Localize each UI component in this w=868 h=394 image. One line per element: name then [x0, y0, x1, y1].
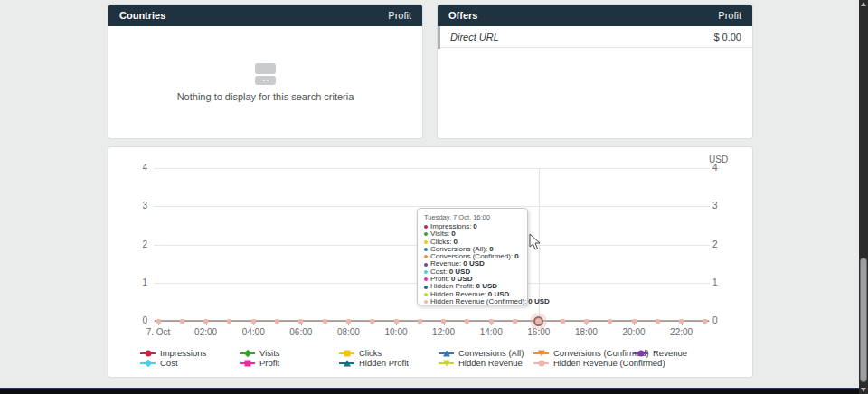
- x-axis-label: 22:00: [662, 327, 702, 337]
- tooltip-date: Tuesday, 7 Oct, 16:00: [424, 213, 521, 221]
- x-axis-label: 16:00: [519, 327, 559, 337]
- legend-marker: [439, 359, 454, 367]
- circle-marker-icon: [637, 350, 644, 356]
- y-axis-label-left: 1: [120, 277, 147, 287]
- tooltip-series-dot: [424, 277, 428, 281]
- data-point[interactable]: [584, 319, 589, 324]
- legend-item[interactable]: Hidden Revenue (Confirmed): [533, 358, 665, 368]
- legend-marker: [240, 359, 255, 367]
- legend-item[interactable]: Cost: [140, 358, 178, 368]
- circle-marker-icon: [145, 350, 151, 356]
- countries-widget-header: Countries Profit: [108, 5, 422, 26]
- offers-widget-header: Offers Profit: [438, 5, 752, 26]
- legend-item[interactable]: Revenue: [633, 348, 687, 358]
- legend-label: Hidden Profit: [359, 358, 409, 368]
- scrollbar-thumb[interactable]: [860, 258, 867, 382]
- triangle-down-marker-icon: [538, 350, 545, 356]
- no-data-icon: [255, 63, 276, 85]
- data-point[interactable]: [275, 319, 279, 324]
- legend-marker: [439, 349, 454, 357]
- data-point[interactable]: [180, 319, 184, 324]
- tooltip-series-dot: [424, 293, 428, 296]
- x-axis-label: 02:00: [186, 327, 226, 337]
- data-point[interactable]: [394, 319, 399, 324]
- square-marker-icon: [344, 350, 350, 356]
- data-point[interactable]: [489, 319, 494, 324]
- circle-marker-icon: [538, 360, 544, 366]
- data-point[interactable]: [227, 319, 231, 324]
- legend-label: Impressions: [160, 348, 206, 358]
- data-point[interactable]: [703, 319, 707, 324]
- data-point[interactable]: [441, 319, 446, 324]
- legend-label: Clicks: [359, 348, 382, 358]
- scroll-up-arrow-icon[interactable]: [861, 2, 866, 6]
- data-point[interactable]: [203, 319, 208, 324]
- legend-marker: [140, 359, 156, 367]
- triangle-marker-icon: [344, 360, 351, 366]
- legend-item[interactable]: Hidden Profit: [339, 358, 409, 368]
- data-point[interactable]: [251, 319, 256, 324]
- legend-item[interactable]: Profit: [240, 358, 279, 368]
- offers-list: Direct URL $ 0.00: [438, 26, 752, 138]
- data-point[interactable]: [632, 319, 637, 324]
- tooltip-series-dot: [424, 286, 428, 289]
- legend-item[interactable]: Visits: [240, 348, 280, 358]
- data-point[interactable]: [608, 319, 612, 324]
- offer-name: Direct URL: [450, 32, 499, 42]
- legend-item[interactable]: Clicks: [339, 348, 382, 358]
- y-axis-label-right: 0: [712, 315, 740, 325]
- legend-label: Revenue: [653, 348, 687, 358]
- right-axis-title: USD: [709, 155, 728, 164]
- x-axis-label: 18:00: [566, 327, 606, 337]
- y-axis-label-right: 1: [712, 277, 740, 287]
- data-point[interactable]: [465, 319, 469, 324]
- chart-tooltip: Tuesday, 7 Oct, 16:00 Impressions: 0Visi…: [417, 208, 528, 305]
- x-axis-label: 20:00: [614, 327, 654, 337]
- x-axis-label: 12:00: [424, 327, 464, 337]
- offers-title: Offers: [448, 10, 477, 21]
- legend-label: Profit: [259, 358, 279, 368]
- legend-item[interactable]: Hidden Revenue: [439, 358, 523, 368]
- tooltip-series-dot: [424, 232, 428, 236]
- countries-empty-message: Nothing to display for this search crite…: [177, 91, 354, 102]
- vertical-scrollbar[interactable]: [859, 0, 868, 394]
- tooltip-series-dot: [424, 240, 428, 244]
- data-point[interactable]: [679, 319, 684, 324]
- data-point[interactable]: [370, 319, 374, 324]
- hovered-data-point[interactable]: [533, 316, 543, 326]
- offers-scrollbar[interactable]: [438, 26, 440, 49]
- data-point[interactable]: [513, 319, 517, 324]
- data-point[interactable]: [561, 319, 565, 324]
- series-line-zero: [155, 320, 709, 322]
- data-point[interactable]: [346, 319, 351, 324]
- legend-marker: [533, 359, 549, 367]
- legend-item[interactable]: Conversions (Confirmed): [533, 348, 649, 358]
- legend-marker: [339, 359, 354, 367]
- scroll-down-arrow-icon[interactable]: [861, 388, 866, 392]
- legend-label: Hidden Revenue (Confirmed): [553, 358, 665, 368]
- data-point[interactable]: [156, 319, 161, 324]
- data-point[interactable]: [323, 319, 327, 324]
- tooltip-series-dot: [424, 255, 428, 258]
- data-point[interactable]: [418, 319, 422, 324]
- tooltip-item: Hidden Revenue (Confirmed): 0 USD: [424, 298, 521, 305]
- y-axis-label-right: 2: [712, 239, 740, 249]
- y-axis-label-right: 3: [712, 201, 740, 211]
- y-axis-label-left: 2: [120, 239, 147, 249]
- data-point[interactable]: [656, 319, 660, 324]
- countries-title: Countries: [119, 10, 165, 21]
- legend-marker: [633, 349, 648, 357]
- countries-metric-header: Profit: [388, 10, 411, 21]
- offers-metric-header: Profit: [718, 10, 741, 21]
- legend-item[interactable]: Conversions (All): [439, 348, 524, 358]
- legend-marker: [140, 349, 156, 357]
- legend-label: Conversions (All): [458, 348, 524, 358]
- offers-widget: Offers Profit Direct URL $ 0.00: [438, 5, 752, 138]
- square-marker-icon: [244, 360, 250, 366]
- chart-plot-area[interactable]: 4433221100 USD 7. Oct02:0004:0006:0008:0…: [108, 147, 752, 377]
- data-point[interactable]: [298, 319, 303, 324]
- x-axis-label: 06:00: [281, 327, 321, 337]
- offer-row[interactable]: Direct URL $ 0.00: [438, 26, 752, 48]
- tooltip-series-dot: [424, 300, 428, 304]
- legend-item[interactable]: Impressions: [140, 348, 206, 358]
